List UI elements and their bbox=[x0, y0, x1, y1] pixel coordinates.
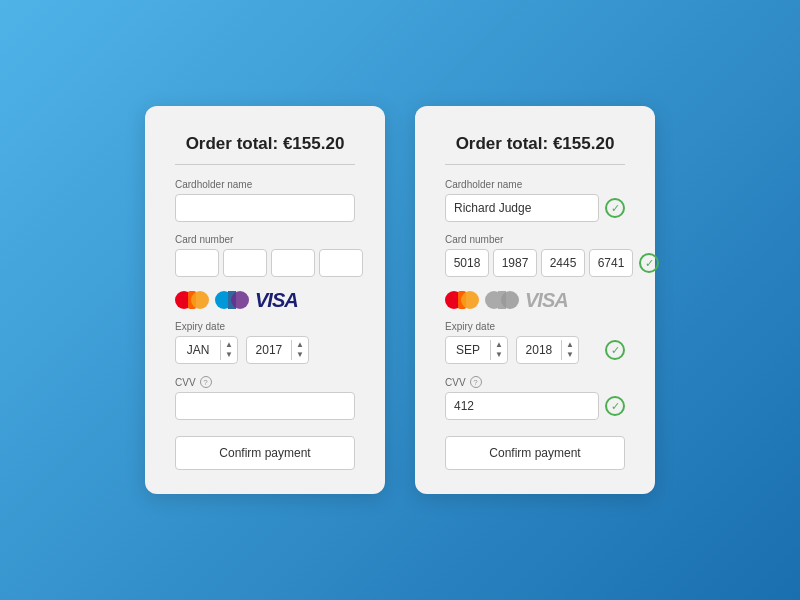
month-input-filled[interactable] bbox=[446, 337, 490, 363]
cvv-label-row-filled: CVV ? bbox=[445, 376, 625, 388]
maestro-icon bbox=[215, 289, 249, 311]
month-up-empty[interactable]: ▲ bbox=[221, 340, 237, 350]
card-seg1-filled[interactable] bbox=[445, 249, 489, 277]
expiry-label-empty: Expiry date bbox=[175, 321, 355, 332]
order-title-empty: Order total: €155.20 bbox=[175, 134, 355, 154]
card-number-check-icon bbox=[639, 253, 659, 273]
year-input-empty[interactable] bbox=[247, 337, 291, 363]
cardholder-check-icon bbox=[605, 198, 625, 218]
year-down-filled[interactable]: ▼ bbox=[562, 350, 578, 360]
year-spinner-buttons-empty: ▲ ▼ bbox=[291, 340, 308, 360]
card-seg2-filled[interactable] bbox=[493, 249, 537, 277]
card-number-label-empty: Card number bbox=[175, 234, 355, 245]
expiry-check-icon bbox=[605, 340, 625, 360]
cardholder-field-filled: Cardholder name bbox=[445, 179, 625, 222]
card-seg3-empty[interactable] bbox=[271, 249, 315, 277]
card-number-row-filled bbox=[445, 249, 625, 277]
cvv-input-empty[interactable] bbox=[175, 392, 355, 420]
year-up-empty[interactable]: ▲ bbox=[292, 340, 308, 350]
payment-card-filled: Order total: €155.20 Cardholder name Car… bbox=[415, 106, 655, 494]
month-up-filled[interactable]: ▲ bbox=[491, 340, 507, 350]
card-seg3-filled[interactable] bbox=[541, 249, 585, 277]
cardholder-input-filled[interactable] bbox=[445, 194, 599, 222]
expiry-inputs-filled: ▲ ▼ ▲ ▼ bbox=[445, 336, 599, 364]
cvv-label-filled: CVV bbox=[445, 377, 466, 388]
expiry-field-empty: Expiry date ▲ ▼ ▲ ▼ bbox=[175, 321, 355, 364]
year-up-filled[interactable]: ▲ bbox=[562, 340, 578, 350]
cvv-input-filled[interactable] bbox=[445, 392, 599, 420]
title-divider-filled bbox=[445, 164, 625, 165]
cvv-check-icon bbox=[605, 396, 625, 416]
payment-card-empty: Order total: €155.20 Cardholder name Car… bbox=[145, 106, 385, 494]
cardholder-row-filled bbox=[445, 194, 625, 222]
cvv-help-icon-filled[interactable]: ? bbox=[470, 376, 482, 388]
expiry-row-filled: ▲ ▼ ▲ ▼ bbox=[445, 336, 625, 364]
month-down-empty[interactable]: ▼ bbox=[221, 350, 237, 360]
card-number-group-filled bbox=[445, 249, 633, 277]
cardholder-label-empty: Cardholder name bbox=[175, 179, 355, 190]
card-seg4-filled[interactable] bbox=[589, 249, 633, 277]
confirm-button-filled[interactable]: Confirm payment bbox=[445, 436, 625, 470]
order-title-filled: Order total: €155.20 bbox=[445, 134, 625, 154]
month-spinner-buttons-empty: ▲ ▼ bbox=[220, 340, 237, 360]
expiry-label-filled: Expiry date bbox=[445, 321, 625, 332]
card-seg4-empty[interactable] bbox=[319, 249, 363, 277]
cvv-label-row-empty: CVV ? bbox=[175, 376, 355, 388]
cardholder-input-empty[interactable] bbox=[175, 194, 355, 222]
confirm-button-empty[interactable]: Confirm payment bbox=[175, 436, 355, 470]
cvv-field-filled: CVV ? bbox=[445, 376, 625, 420]
cardholder-label-filled: Cardholder name bbox=[445, 179, 625, 190]
visa-icon-filled: VISA bbox=[525, 290, 568, 310]
card-seg2-empty[interactable] bbox=[223, 249, 267, 277]
expiry-field-filled: Expiry date ▲ ▼ ▲ ▼ bbox=[445, 321, 625, 364]
card-number-field-empty: Card number bbox=[175, 234, 355, 277]
month-input-empty[interactable] bbox=[176, 337, 220, 363]
year-spinner-empty: ▲ ▼ bbox=[246, 336, 309, 364]
mastercard-icon-filled bbox=[445, 289, 479, 311]
visa-icon: VISA bbox=[255, 290, 298, 310]
cvv-field-empty: CVV ? bbox=[175, 376, 355, 420]
month-spinner-filled: ▲ ▼ bbox=[445, 336, 508, 364]
payment-icons-empty: VISA bbox=[175, 289, 355, 311]
cardholder-field-empty: Cardholder name bbox=[175, 179, 355, 222]
cvv-help-icon-empty[interactable]: ? bbox=[200, 376, 212, 388]
month-spinner-buttons-filled: ▲ ▼ bbox=[490, 340, 507, 360]
year-spinner-filled: ▲ ▼ bbox=[516, 336, 579, 364]
cvv-row-filled bbox=[445, 392, 625, 420]
year-down-empty[interactable]: ▼ bbox=[292, 350, 308, 360]
expiry-row-empty: ▲ ▼ ▲ ▼ bbox=[175, 336, 355, 364]
card-seg1-empty[interactable] bbox=[175, 249, 219, 277]
month-down-filled[interactable]: ▼ bbox=[491, 350, 507, 360]
mastercard-icon bbox=[175, 289, 209, 311]
card-number-group-empty bbox=[175, 249, 355, 277]
card-number-field-filled: Card number bbox=[445, 234, 625, 277]
title-divider bbox=[175, 164, 355, 165]
year-input-filled[interactable] bbox=[517, 337, 561, 363]
card-number-label-filled: Card number bbox=[445, 234, 625, 245]
payment-icons-filled: VISA bbox=[445, 289, 625, 311]
year-spinner-buttons-filled: ▲ ▼ bbox=[561, 340, 578, 360]
cvv-label-empty: CVV bbox=[175, 377, 196, 388]
maestro-icon-filled bbox=[485, 289, 519, 311]
month-spinner-empty: ▲ ▼ bbox=[175, 336, 238, 364]
